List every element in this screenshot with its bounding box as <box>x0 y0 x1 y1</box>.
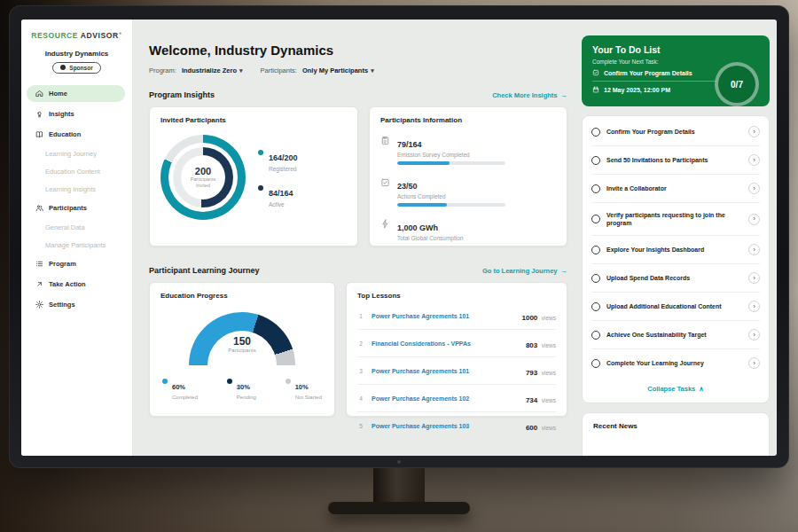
invited-participants-card: Invited Participants 200 Participants In… <box>149 106 358 246</box>
chevron-right-icon[interactable]: › <box>748 329 760 340</box>
chevron-right-icon[interactable]: › <box>748 183 760 194</box>
task-row-6[interactable]: Upload Spend Data Records › <box>591 264 760 293</box>
sidebar-item-insights[interactable]: Insights <box>27 106 125 122</box>
sidebar-item-manage-participants[interactable]: Manage Participants <box>21 238 132 253</box>
chevron-right-icon[interactable]: › <box>748 126 760 137</box>
task-checkbox[interactable] <box>591 215 600 223</box>
sidebar: RESOURCE ADVISOR+ Industry Dynamics Spon… <box>21 20 133 456</box>
lesson-views-value: 1000 <box>521 314 537 322</box>
participants-select[interactable]: Only My Participants ▾ <box>302 66 374 74</box>
lesson-link[interactable]: Power Purchase Agreements 101 <box>372 313 514 319</box>
collapse-label: Collapse Tasks <box>647 385 695 393</box>
check-more-insights-link[interactable]: Check More Insights → <box>492 91 567 99</box>
chevron-right-icon[interactable]: › <box>748 301 760 312</box>
lesson-views-value: 803 <box>526 341 537 349</box>
lesson-rank: 3 <box>357 368 364 374</box>
gauge-center-label: Participants <box>189 348 295 353</box>
chevron-right-icon[interactable]: › <box>748 272 760 284</box>
todo-due-label: 12 May 2025, 12:00 PM <box>604 87 670 93</box>
todo-progress-value: 0/7 <box>731 80 743 90</box>
sidebar-item-label: Settings <box>49 301 75 309</box>
task-checkbox[interactable] <box>591 274 600 283</box>
sidebar-item-take-action[interactable]: Take Action <box>27 276 125 293</box>
lesson-row-4: 4 Power Purchase Agreements 102 734 view… <box>357 385 556 412</box>
sidebar-item-general-data[interactable]: General Data <box>21 220 132 235</box>
task-row-1[interactable]: Confirm Your Program Details › <box>591 118 760 146</box>
chevron-right-icon[interactable]: › <box>748 244 760 255</box>
link-label: Check More Insights <box>492 91 557 99</box>
lesson-views-label: views <box>542 397 556 403</box>
sponsor-badge: Sponsor <box>52 62 100 74</box>
monitor-power-led <box>397 460 401 464</box>
metric-label: Actions Completed <box>397 193 505 200</box>
task-checkbox[interactable] <box>591 246 600 254</box>
task-row-2[interactable]: Send 50 Invitations to Participants › <box>591 146 760 175</box>
task-row-3[interactable]: Invite a Collaborator › <box>591 175 760 203</box>
task-label: Explore Your Insights Dashboard <box>606 246 742 254</box>
lesson-link[interactable]: Power Purchase Agreements 102 <box>372 395 519 402</box>
task-checkbox[interactable] <box>591 128 600 137</box>
task-checkbox[interactable] <box>591 156 600 165</box>
task-checkbox[interactable] <box>591 359 600 368</box>
legend-value: 30% <box>237 383 250 391</box>
metric-value: 1,000 GWh <box>397 223 438 232</box>
task-row-9[interactable]: Complete Your Learning Journey › <box>591 349 760 377</box>
task-label: Achieve One Sustainability Target <box>606 331 742 339</box>
chevron-right-icon[interactable]: › <box>748 357 760 369</box>
sidebar-item-education[interactable]: Education <box>27 126 125 143</box>
task-row-4[interactable]: Verify participants requesting to join t… <box>591 203 760 236</box>
task-row-7[interactable]: Upload Additional Educational Content › <box>591 293 760 321</box>
chevron-right-icon[interactable]: › <box>748 214 760 225</box>
lesson-link[interactable]: Power Purchase Agreements 101 <box>372 368 519 374</box>
chevron-right-icon[interactable]: › <box>748 154 760 166</box>
card-title: Education Progress <box>160 292 324 300</box>
arrow-right-icon: → <box>561 267 568 275</box>
sidebar-item-participants[interactable]: Participants <box>27 200 125 216</box>
legend-active: 84/164 Active <box>258 184 298 207</box>
sidebar-item-program[interactable]: Program <box>27 255 125 272</box>
learning-journey-header: Participant Learning Journey Go to Learn… <box>149 266 567 275</box>
todo-next-task-label: Confirm Your Program Details <box>604 70 692 76</box>
education-gauge-chart: 150 Participants <box>189 312 295 365</box>
recent-news-card: Recent News <box>582 412 770 456</box>
task-row-5[interactable]: Explore Your Insights Dashboard › <box>591 236 760 264</box>
monitor-screen: RESOURCE ADVISOR+ Industry Dynamics Spon… <box>21 20 777 456</box>
task-checkbox[interactable] <box>591 184 600 193</box>
lesson-link[interactable]: Power Purchase Agreements 103 <box>372 423 519 429</box>
task-row-8[interactable]: Achieve One Sustainability Target › <box>591 321 760 349</box>
sidebar-nav: Home Insights Education Learning Journey… <box>21 85 132 313</box>
sidebar-item-label: Education Content <box>45 168 100 176</box>
top-lessons-card: Top Lessons 1 Power Purchase Agreements … <box>346 282 567 417</box>
legend-label: Registered <box>269 166 298 172</box>
sidebar-item-settings[interactable]: Settings <box>27 296 125 313</box>
calendar-icon <box>592 86 599 93</box>
org-name: Industry Dynamics <box>21 50 132 58</box>
sidebar-item-learning-insights[interactable]: Learning Insights <box>21 182 132 197</box>
donut-center-label: Participants Invited <box>185 176 221 188</box>
program-select[interactable]: Industrialize Zero ▾ <box>182 66 243 74</box>
task-label: Complete Your Learning Journey <box>606 359 742 367</box>
todo-due-date: 12 May 2025, 12:00 PM <box>592 82 716 98</box>
sidebar-item-home[interactable]: Home <box>27 85 125 102</box>
sidebar-item-label: Education <box>49 130 81 138</box>
sidebar-item-label: Home <box>49 90 67 98</box>
task-checkbox[interactable] <box>591 302 600 311</box>
lesson-link[interactable]: Financial Considerations - VPPAs <box>372 340 519 347</box>
progress-bar-fill <box>397 161 450 165</box>
lesson-row-3: 3 Power Purchase Agreements 101 793 view… <box>357 357 556 385</box>
gauge-center-value: 150 <box>189 335 295 348</box>
arrow-right-icon: → <box>561 91 568 99</box>
app-logo: RESOURCE ADVISOR+ <box>21 30 132 40</box>
task-checkbox[interactable] <box>591 331 600 340</box>
go-to-learning-journey-link[interactable]: Go to Learning Journey → <box>482 267 567 275</box>
legend-dot <box>258 185 263 191</box>
todo-title: Your To Do List <box>592 44 759 55</box>
todo-next-task[interactable]: Confirm Your Program Details <box>592 65 716 81</box>
monitor-bezel: RESOURCE ADVISOR+ Industry Dynamics Spon… <box>9 5 789 468</box>
book-icon <box>35 130 43 138</box>
sidebar-item-education-content[interactable]: Education Content <box>21 164 132 179</box>
sidebar-item-learning-journey[interactable]: Learning Journey <box>21 146 132 161</box>
legend-value: 60% <box>172 383 185 391</box>
collapse-tasks-button[interactable]: Collapse Tasks ∧ <box>591 377 760 401</box>
legend-label: Not Started <box>295 395 322 400</box>
